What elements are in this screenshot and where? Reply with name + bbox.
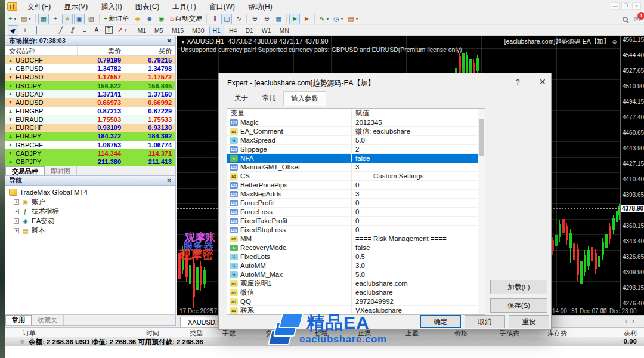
menu-item[interactable]: 工具(T) <box>166 0 202 13</box>
cancel-button[interactable]: 取消 <box>465 315 505 328</box>
menu-item[interactable]: 插入(I) <box>94 0 128 13</box>
param-row-FixedLots[interactable]: ½FixedLots0.5 <box>227 252 479 261</box>
param-value[interactable]: 0 <box>352 217 479 225</box>
expand-icon[interactable]: + <box>14 228 19 233</box>
market-row-usdcad[interactable]: ▲USDCAD1.371411.37160 <box>5 90 175 98</box>
param-value[interactable]: 2012345 <box>352 118 479 126</box>
market-row-usdchf[interactable]: ▲USDCHF0.791990.79215 <box>5 56 175 64</box>
market-row-euraud[interactable]: ▼EURAUD1.755031.75533 <box>5 115 175 124</box>
templates-button[interactable]: ▤▾ <box>346 14 360 24</box>
arrows-tool[interactable]: ↗▾ <box>116 25 129 36</box>
tree-item-experts[interactable]: +◈EA交易 <box>5 216 175 226</box>
param-value[interactable]: false <box>352 243 479 252</box>
window-restore-button[interactable]: ❐ <box>621 2 630 10</box>
trendline-tool[interactable]: ╱ <box>55 25 66 36</box>
periods-button[interactable]: ◷▾ <box>332 14 345 24</box>
zoom-out-button[interactable]: ⊖ <box>261 14 272 24</box>
vertical-line-tool[interactable]: │ <box>32 25 42 36</box>
dialog-tab-常用[interactable]: 常用 <box>255 91 283 106</box>
fibonacci-tool[interactable]: ≡ <box>79 25 90 36</box>
param-value[interactable]: 0.5 <box>352 252 479 261</box>
tab-favorites[interactable]: 收藏夹 <box>32 315 64 325</box>
community-button[interactable]: ☻ <box>144 14 155 24</box>
timeframe-w1[interactable]: W1 <box>258 26 275 35</box>
param-row-AutoMM_Max[interactable]: ½AutoMM_Max5.0 <box>227 270 479 279</box>
menu-item[interactable]: 帮助(H) <box>242 0 279 13</box>
market-watch-toggle[interactable]: ▦ <box>38 14 49 24</box>
expand-icon[interactable]: + <box>14 199 19 205</box>
param-row-ManualGMT_Offset[interactable]: 123ManualGMT_Offset3 <box>227 163 479 172</box>
market-row-usdjpy[interactable]: ▲USDJPY156.822156.845 <box>5 81 175 90</box>
bar-chart-button[interactable]: ‖ <box>209 14 220 24</box>
market-row-gbpjpy[interactable]: ▲GBPJPY211.380211.413 <box>5 158 175 166</box>
load-button[interactable]: 加载(L) <box>490 280 547 294</box>
param-value[interactable]: eaclubshare <box>352 288 479 297</box>
param-value[interactable]: 5.0 <box>352 270 479 279</box>
help-icon[interactable]: ? <box>516 78 520 87</box>
chart-shift-toggle[interactable]: ► <box>301 14 312 24</box>
channel-tool[interactable]: ∥ <box>67 25 78 36</box>
market-row-gbpusd[interactable]: ▲GBPUSD1.347821.34798 <box>5 64 175 73</box>
dialog-tab-关于[interactable]: 关于 <box>227 91 255 106</box>
autotrading-button[interactable]: ⌂自动交易 <box>168 14 205 24</box>
market-row-eurusd[interactable]: ▼EURUSD1.175571.17572 <box>5 73 175 81</box>
crosshair-tool[interactable]: + <box>20 25 30 36</box>
param-row-EA_Comment[interactable]: abEA_Comment微信: eaclubshare <box>227 127 479 136</box>
param-row-FixedStopLoss[interactable]: 123FixedStopLoss0 <box>227 226 479 234</box>
market-row-audusd[interactable]: ▼AUDUSD0.669730.66992 <box>5 98 175 107</box>
tree-item-indicators[interactable]: +ƒ技术指标 <box>5 206 175 216</box>
param-row-ForceProfit[interactable]: 123ForceProfit0 <box>227 199 479 208</box>
reset-button[interactable]: 重设 <box>509 315 549 328</box>
param-row-观摩说明1[interactable]: ab观摩说明1eaclubshare.com <box>227 279 479 288</box>
param-row-FixedTakeProfit[interactable]: 123FixedTakeProfit0 <box>227 217 479 226</box>
timeframe-d1[interactable]: D1 <box>242 26 256 35</box>
candlestick-button[interactable]: ◫ <box>221 14 232 24</box>
close-icon[interactable]: ✕ <box>167 38 172 44</box>
data-window-toggle[interactable]: + <box>50 14 61 24</box>
tree-item-accounts[interactable]: +◉账户 <box>5 197 175 206</box>
param-row-MaxSpread[interactable]: ½MaxSpread5.0 <box>227 136 479 145</box>
param-row-ForceLoss[interactable]: 123ForceLoss0 <box>227 208 479 217</box>
window-close-button[interactable]: × <box>632 2 641 10</box>
timeframe-h1[interactable]: H1 <box>209 26 224 35</box>
param-row-Magic[interactable]: 123Magic2012345 <box>227 118 479 127</box>
auto-scroll-toggle[interactable]: ► <box>289 14 300 24</box>
expand-icon[interactable]: + <box>14 209 19 214</box>
scrollbar-thumb[interactable] <box>479 119 484 156</box>
tab-tick-chart[interactable]: 即时图 <box>45 166 77 176</box>
table-scrollbar[interactable] <box>478 109 485 314</box>
new-order-button[interactable]: +新订单 <box>102 14 131 24</box>
param-row-微信[interactable]: ab微信eaclubshare <box>227 288 479 297</box>
param-row-MaxNegAdds[interactable]: 123MaxNegAdds3 <box>227 190 479 199</box>
market-row-eurjpy[interactable]: ▲EURJPY184.372184.392 <box>5 132 175 140</box>
close-icon[interactable]: ✕ <box>167 177 172 184</box>
param-value[interactable]: 0 <box>352 181 479 189</box>
ok-button[interactable]: 确定 <box>420 315 461 328</box>
menu-item[interactable]: 图表(C) <box>129 0 166 13</box>
menu-item[interactable]: 文件(F) <box>21 0 57 13</box>
timeframe-m15[interactable]: M15 <box>168 26 187 35</box>
window-minimize-button[interactable]: — <box>611 2 620 10</box>
param-value[interactable]: 3 <box>352 163 479 171</box>
param-value[interactable]: 5.0 <box>352 136 479 144</box>
market-row-eurgbp[interactable]: ▲EURGBP0.872130.87229 <box>5 107 175 115</box>
param-row-NFA[interactable]: ∿NFAfalse <box>227 154 479 163</box>
market-row-gbpchf[interactable]: ▲GBPCHF1.067531.06774 <box>5 141 175 149</box>
search-icon[interactable] <box>623 17 628 22</box>
timeframe-h4[interactable]: H4 <box>225 26 240 35</box>
param-value[interactable]: 微信: eaclubshare <box>352 127 479 135</box>
terminal-toggle[interactable]: ▣ <box>74 14 85 24</box>
strategy-tester-toggle[interactable]: ▧ <box>86 14 97 24</box>
navigator-toggle[interactable]: ★ <box>62 14 73 24</box>
param-value[interactable]: ==== Custom Settings ==== <box>352 172 479 180</box>
param-row-CS[interactable]: abCS==== Custom Settings ==== <box>227 172 479 181</box>
dropdown-icon[interactable]: ▼ <box>181 39 187 45</box>
menu-item[interactable]: 显示(V) <box>57 0 94 13</box>
text-tool[interactable]: A <box>91 25 102 36</box>
market-row-cadjpy[interactable]: ▼CADJPY114.344114.371 <box>5 149 175 158</box>
tab-symbols[interactable]: 交易品种 <box>5 166 45 176</box>
param-value[interactable]: 0 <box>352 226 479 234</box>
horizontal-line-tool[interactable]: ─ <box>44 25 54 36</box>
close-icon[interactable]: ✕ <box>539 77 546 87</box>
tile-windows-button[interactable]: ▦ <box>273 14 284 24</box>
